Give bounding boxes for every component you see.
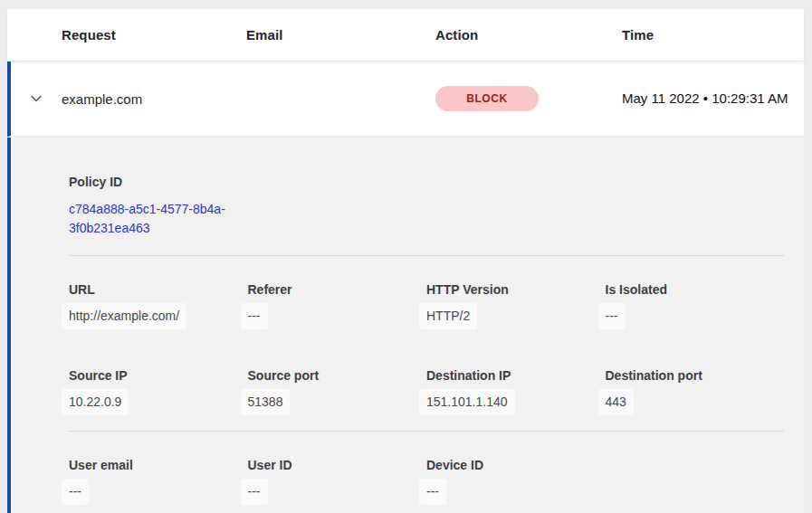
row-expand-toggle[interactable] <box>11 90 62 107</box>
field-label: Destination port <box>606 368 785 384</box>
field-http-version: HTTP Version HTTP/2 <box>426 282 606 324</box>
column-header-request: Request <box>62 27 246 43</box>
field-value: --- <box>606 309 785 324</box>
field-label: Device ID <box>426 458 606 473</box>
divider <box>69 431 784 432</box>
field-user-id: User ID --- <box>248 458 427 499</box>
detail-row-1: URL http://example.com/ Referer --- HTTP… <box>69 282 784 324</box>
field-value: 151.101.1.140 <box>426 394 606 410</box>
field-user-email: User email --- <box>69 458 248 499</box>
field-destination-port: Destination port 443 <box>606 368 785 410</box>
field-label: URL <box>69 282 248 298</box>
field-empty <box>606 458 785 499</box>
field-referer: Referer --- <box>248 282 427 324</box>
table-header: Request Email Action Time <box>7 9 804 62</box>
chevron-down-icon[interactable] <box>28 90 44 107</box>
field-label: Destination IP <box>426 368 606 384</box>
field-label: Source port <box>248 368 427 384</box>
field-value: --- <box>426 484 606 499</box>
request-cell: example.com <box>62 91 246 107</box>
log-table-row[interactable]: example.com BLOCK May 11 2022 • 10:29:31… <box>7 62 804 137</box>
field-value: 10.22.0.9 <box>69 394 248 410</box>
action-cell: BLOCK <box>435 86 622 111</box>
column-header-action: Action <box>435 27 622 43</box>
block-status-badge: BLOCK <box>435 86 539 111</box>
column-header-time: Time <box>622 27 804 43</box>
log-detail-panel: Policy ID c784a888-a5c1-4577-8b4a-3f0b23… <box>7 138 804 513</box>
field-label: Source IP <box>69 368 248 384</box>
policy-id-label: Policy ID <box>69 175 804 190</box>
policy-id-block: Policy ID c784a888-a5c1-4577-8b4a-3f0b23… <box>69 175 804 238</box>
field-value: http://example.com/ <box>69 309 248 324</box>
detail-row-2: Source IP 10.22.0.9 Source port 51388 De… <box>69 368 784 410</box>
time-cell: May 11 2022 • 10:29:31 AM <box>622 88 796 109</box>
column-header-email: Email <box>246 27 435 43</box>
field-label: Is Isolated <box>606 282 785 298</box>
field-label: User email <box>69 458 248 473</box>
field-value: --- <box>248 309 427 324</box>
field-is-isolated: Is Isolated --- <box>606 282 785 324</box>
field-source-port: Source port 51388 <box>248 368 427 410</box>
field-url: URL http://example.com/ <box>69 282 248 324</box>
policy-id-link[interactable]: c784a888-a5c1-4577-8b4a-3f0b231ea463 <box>69 200 246 238</box>
field-value: --- <box>248 484 427 499</box>
field-device-id: Device ID --- <box>426 458 606 499</box>
field-value: 443 <box>606 394 785 410</box>
field-source-ip: Source IP 10.22.0.9 <box>69 368 248 410</box>
field-label: HTTP Version <box>426 282 606 298</box>
detail-row-3: User email --- User ID --- Device ID --- <box>69 458 784 499</box>
field-value: --- <box>69 484 248 499</box>
field-value: HTTP/2 <box>426 309 606 324</box>
field-label: User ID <box>248 458 427 473</box>
field-destination-ip: Destination IP 151.101.1.140 <box>426 368 606 410</box>
divider <box>69 255 784 256</box>
field-label: Referer <box>248 282 427 298</box>
field-value: 51388 <box>248 394 427 410</box>
